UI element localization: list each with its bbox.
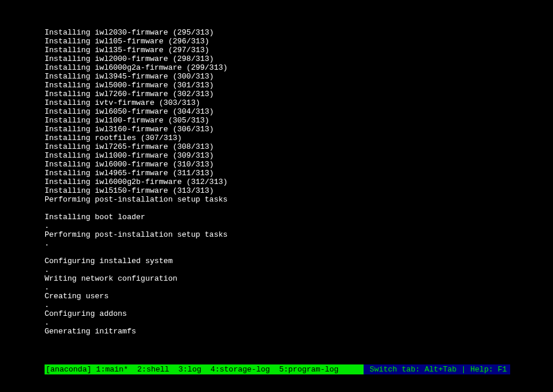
log-line: .: [45, 221, 518, 230]
log-line: Installing rootfiles (307/313): [45, 134, 518, 142]
log-line: Installing iwl6000g2a-firmware (299/313): [45, 63, 518, 72]
log-line: Installing boot loader: [45, 213, 518, 221]
log-line: Installing iwl7260-firmware (302/313): [45, 90, 518, 98]
log-line: Installing iwl5000-firmware (301/313): [45, 81, 518, 90]
tab-program-log[interactable]: 5:program-log: [279, 365, 338, 374]
log-line: Installing iwl6000-firmware (310/313): [45, 160, 518, 169]
tab-shell[interactable]: 2:shell: [137, 365, 169, 374]
log-line: .: [45, 283, 518, 292]
log-line: Installing iwl135-firmware (297/313): [45, 46, 518, 54]
tabs-padding: [338, 364, 361, 374]
log-line: Installing iwl1000-firmware (309/313): [45, 151, 518, 160]
tab-storage-log[interactable]: 4:storage-log: [211, 365, 270, 374]
log-line: Installing iwl7265-firmware (308/313): [45, 142, 518, 151]
log-line: .: [45, 318, 518, 327]
log-line: Installing iwl105-firmware (296/313): [45, 37, 518, 46]
log-line: Installing iwl100-firmware (305/313): [45, 116, 518, 125]
help-text: Switch tab: Alt+Tab | Help: F1: [369, 364, 507, 374]
log-line: Installing iwl5150-firmware (313/313): [45, 186, 518, 195]
log-line: Installing iwl2000-firmware (298/313): [45, 54, 518, 63]
tab-log[interactable]: 3:log: [178, 365, 201, 374]
log-line: Installing iwl6050-firmware (304/313): [45, 107, 518, 116]
tabs-section: [anaconda] 1:main* 2:shell 3:log 4:stora…: [45, 364, 364, 374]
status-bar: [anaconda] 1:main* 2:shell 3:log 4:stora…: [45, 364, 510, 374]
log-line: Configuring addons: [45, 309, 518, 318]
installer-label: [anaconda]: [46, 364, 91, 374]
log-line: Writing network configuration: [45, 274, 518, 283]
log-line: [45, 248, 518, 257]
log-line: Installing iwl3160-firmware (306/313): [45, 125, 518, 134]
log-line: Configuring installed system: [45, 257, 518, 265]
log-line: Performing post-installation setup tasks: [45, 230, 518, 239]
log-line: Installing iwl2030-firmware (295/313): [45, 28, 518, 37]
log-line: .: [45, 265, 518, 274]
log-line: .: [45, 301, 518, 309]
terminal-output: Installing iwl2030-firmware (295/313)Ins…: [45, 28, 518, 364]
log-line: [45, 204, 518, 213]
log-line: Installing iwl3945-firmware (300/313): [45, 72, 518, 81]
log-line: Creating users: [45, 292, 518, 301]
log-line: Installing iwl4965-firmware (311/313): [45, 169, 518, 178]
help-hint: Switch tab: Alt+Tab | Help: F1: [364, 364, 510, 374]
log-line: Installing iwl6000g2b-firmware (312/313): [45, 178, 518, 186]
log-line: Performing post-installation setup tasks: [45, 195, 518, 204]
tab-main[interactable]: 1:main*: [96, 365, 128, 374]
log-line: .: [45, 239, 518, 248]
log-line: Generating initramfs: [45, 327, 518, 336]
log-line: Installing ivtv-firmware (303/313): [45, 98, 518, 107]
